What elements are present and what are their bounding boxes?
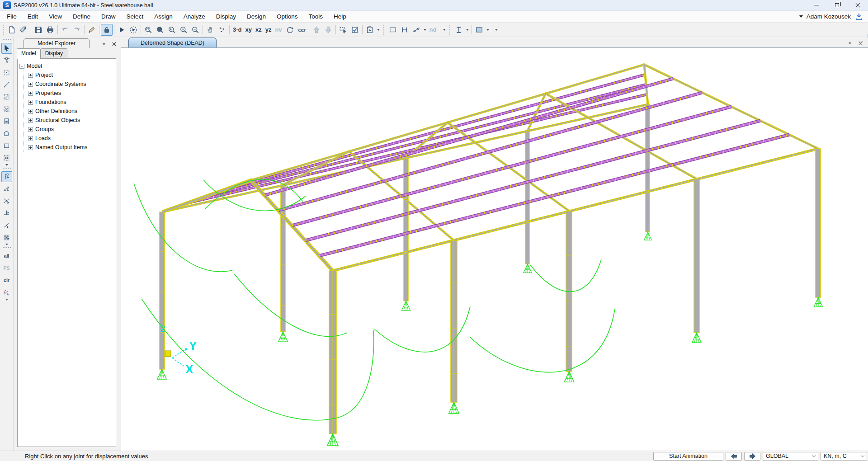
coordinate-system-select[interactable]: GLOBAL <box>763 452 818 461</box>
new-model-button[interactable] <box>6 24 18 36</box>
rubber-band-zoom-button[interactable] <box>142 24 154 36</box>
clear-selection-button[interactable]: clr <box>1 275 12 286</box>
assign-to-group-button[interactable] <box>364 24 376 36</box>
quick-draw-area-button[interactable] <box>1 153 12 164</box>
toolbar-grip-3[interactable] <box>449 25 451 35</box>
previous-step-button[interactable] <box>726 452 742 461</box>
ibeam-section-button[interactable] <box>453 24 465 36</box>
run-options-button[interactable] <box>127 24 139 36</box>
view-xz-button[interactable]: xz <box>254 25 264 34</box>
more-tools-dropdown-icon[interactable] <box>495 29 498 31</box>
draw-special-joint-button[interactable] <box>1 67 12 78</box>
perspective-toggle-button[interactable] <box>296 24 307 36</box>
tree-item-other-definitions[interactable]: Other Definitions <box>28 107 114 116</box>
draw-poly-area-button[interactable] <box>1 128 12 139</box>
steel-section-button[interactable] <box>399 24 410 36</box>
menu-tools[interactable]: Tools <box>303 12 329 21</box>
menu-view[interactable]: View <box>43 12 67 21</box>
tree-item-groups[interactable]: Groups <box>28 125 114 134</box>
tree-item-loads[interactable]: Loads <box>28 134 114 143</box>
set-display-options-button[interactable] <box>349 24 361 36</box>
model-canvas[interactable]: Y X 2 <box>121 48 868 451</box>
snap-to-grid-button[interactable] <box>1 232 12 243</box>
expand-icon[interactable] <box>28 100 33 105</box>
expand-icon[interactable] <box>28 145 33 150</box>
area-dropdown-icon[interactable] <box>486 29 489 31</box>
draw-rectangular-area-button[interactable] <box>1 141 12 151</box>
menu-assign[interactable]: Assign <box>149 12 178 21</box>
next-step-button[interactable] <box>744 452 760 461</box>
section-dropdown-icon[interactable] <box>443 29 446 31</box>
menu-design[interactable]: Design <box>241 12 271 21</box>
object-shrink-toggle-button[interactable] <box>337 24 349 36</box>
release-dropdown-icon[interactable] <box>424 29 426 31</box>
start-animation-button[interactable]: Start Animation <box>653 452 723 461</box>
user-menu[interactable]: Adam Kozousek <box>799 12 868 21</box>
download-icon[interactable] <box>854 12 863 21</box>
deformed-shape-3d-view[interactable]: Y X 2 <box>121 48 868 451</box>
origin-joint[interactable] <box>165 351 171 357</box>
expand-icon[interactable] <box>28 127 33 132</box>
tree-item-properties[interactable]: Properties <box>28 89 114 98</box>
draw-frame-section-button[interactable] <box>387 24 399 36</box>
draw-frame-button[interactable] <box>1 80 12 90</box>
toolbar-grip[interactable] <box>2 25 4 35</box>
refresh-view-button[interactable] <box>86 24 98 36</box>
select-pointer-button[interactable] <box>1 43 12 54</box>
view-3d-button[interactable]: 3-d <box>231 25 244 34</box>
snap-to-midpoints-button[interactable] <box>1 183 12 194</box>
restore-button[interactable] <box>826 0 847 10</box>
menu-edit[interactable]: Edit <box>22 12 43 21</box>
save-button[interactable] <box>33 24 44 36</box>
expand-icon[interactable] <box>28 73 33 78</box>
assign-dropdown-icon[interactable] <box>377 29 380 31</box>
print-button[interactable] <box>44 24 56 36</box>
frame-release-button[interactable] <box>410 24 422 36</box>
select-tools-dropdown-icon[interactable] <box>5 299 8 301</box>
restore-full-view-button[interactable] <box>154 24 166 36</box>
menu-draw[interactable]: Draw <box>96 12 121 21</box>
explorer-dropdown-icon[interactable] <box>103 43 105 45</box>
menu-options[interactable]: Options <box>271 12 303 21</box>
menu-select[interactable]: Select <box>121 12 149 21</box>
menu-display[interactable]: Display <box>211 12 241 21</box>
units-select[interactable]: KN, m, C <box>821 452 867 461</box>
select-using-intersecting-line-button[interactable] <box>1 287 12 298</box>
quick-draw-braces-button[interactable] <box>1 104 12 115</box>
undo-button[interactable] <box>59 24 71 36</box>
quick-draw-frame-button[interactable] <box>1 92 12 103</box>
zoom-in-button[interactable] <box>178 24 189 36</box>
expand-icon[interactable] <box>28 109 33 114</box>
run-analysis-button[interactable] <box>116 24 127 36</box>
tree-root-model[interactable]: Model <box>19 61 114 71</box>
tab-display[interactable]: Display <box>41 48 67 58</box>
snap-to-perpendicular-button[interactable] <box>1 208 12 219</box>
model-explorer-tab[interactable]: Model Explorer <box>24 38 90 48</box>
area-section-button[interactable] <box>473 24 485 36</box>
menu-file[interactable]: File <box>1 12 22 21</box>
view-yz-button[interactable]: yz <box>264 25 274 34</box>
snap-to-intersections-button[interactable] <box>1 196 12 207</box>
tree-item-structural-objects[interactable]: Structural Objects <box>28 116 114 125</box>
collapse-icon[interactable] <box>19 64 24 69</box>
tree-item-project[interactable]: Project <box>28 71 114 80</box>
tree-item-coordinate-systems[interactable]: Coordinate Systems <box>28 80 114 89</box>
snap-to-lines-button[interactable] <box>1 220 12 231</box>
pan-button[interactable] <box>204 24 216 36</box>
draw-tools-dropdown-icon[interactable] <box>5 164 8 166</box>
toolbar-grip-2[interactable] <box>383 25 385 35</box>
side-toolbar-grip[interactable] <box>2 38 12 41</box>
select-joint-object-button[interactable] <box>1 55 12 66</box>
open-model-button[interactable] <box>18 24 29 36</box>
tree-item-named-output-items[interactable]: Named Output Items <box>28 143 114 152</box>
node-view-button[interactable] <box>216 24 228 36</box>
snap-to-joints-button[interactable] <box>1 171 12 182</box>
minimize-button[interactable] <box>806 0 826 10</box>
redo-button[interactable] <box>71 24 83 36</box>
menu-help[interactable]: Help <box>328 12 352 21</box>
view-xy-button[interactable]: xy <box>244 25 254 34</box>
expand-icon[interactable] <box>28 91 33 96</box>
select-all-button[interactable]: all <box>1 251 12 262</box>
tab-model[interactable]: Model <box>17 48 41 59</box>
tree-item-foundations[interactable]: Foundations <box>28 98 114 107</box>
